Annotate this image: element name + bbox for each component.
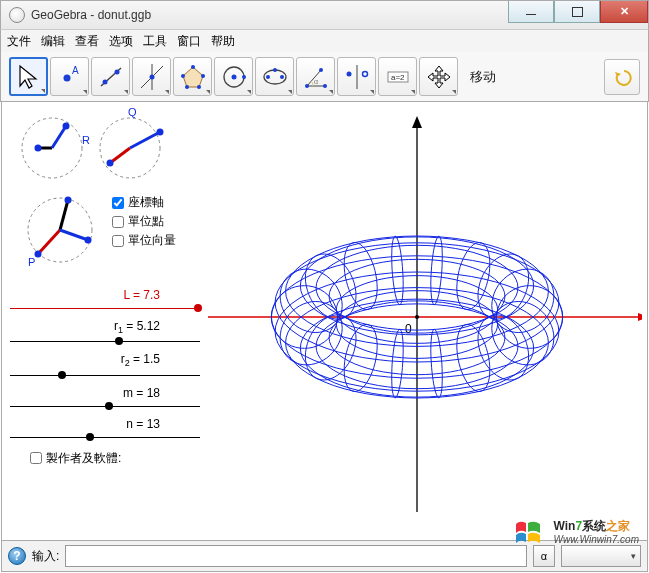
svg-point-9: [191, 65, 195, 69]
svg-text:α: α: [314, 78, 318, 85]
window-buttons: [508, 1, 648, 23]
menu-tools[interactable]: 工具: [143, 33, 167, 50]
main-area: R Q P 座標軸 單位點 單位向量: [1, 102, 648, 540]
svg-point-40: [157, 129, 164, 136]
svg-point-26: [346, 71, 351, 76]
maximize-button[interactable]: [554, 1, 600, 23]
menu-window[interactable]: 窗口: [177, 33, 201, 50]
slider-n-label: n = 13: [10, 417, 200, 431]
svg-point-19: [280, 75, 284, 79]
graphics-view-3d[interactable]: 0: [202, 102, 647, 540]
command-dropdown[interactable]: [561, 545, 641, 567]
svg-point-18: [266, 75, 270, 79]
check-author-label: 製作者及軟體:: [46, 450, 121, 467]
menubar: 文件 编辑 查看 选项 工具 窗口 帮助: [0, 30, 649, 52]
command-input[interactable]: [65, 545, 527, 567]
svg-point-27: [362, 71, 367, 76]
slider-L-label: L = 7.3: [10, 288, 200, 302]
svg-point-22: [305, 84, 309, 88]
tool-circle[interactable]: [214, 57, 253, 96]
tool-move[interactable]: [9, 57, 48, 96]
svg-point-12: [185, 85, 189, 89]
slider-L[interactable]: L = 7.3: [10, 288, 200, 309]
symbol-button[interactable]: α: [533, 545, 555, 567]
menu-help[interactable]: 帮助: [211, 33, 235, 50]
svg-point-7: [149, 74, 154, 79]
tool-perpendicular[interactable]: [132, 57, 171, 96]
check-unitpoint-box[interactable]: [112, 216, 124, 228]
svg-point-33: [35, 145, 42, 152]
svg-text:R: R: [82, 134, 90, 146]
undo-button[interactable]: [604, 59, 640, 95]
svg-marker-8: [183, 67, 203, 87]
tool-mode-label: 移动: [470, 68, 496, 86]
svg-point-39: [107, 160, 114, 167]
svg-line-37: [110, 148, 130, 163]
minimize-button[interactable]: [508, 1, 554, 23]
help-icon[interactable]: ?: [8, 547, 26, 565]
svg-text:A: A: [72, 65, 79, 76]
slider-r1[interactable]: r1 = 5.12: [10, 319, 200, 342]
svg-point-10: [201, 74, 205, 78]
window-title: GeoGebra - donut.ggb: [31, 8, 151, 22]
slider-r1-label: r1 = 5.12: [10, 319, 200, 335]
check-axes-box[interactable]: [112, 197, 124, 209]
torus-render: 0: [202, 102, 642, 532]
svg-point-47: [35, 251, 42, 258]
app-icon: [9, 7, 25, 23]
check-author-box[interactable]: [30, 452, 42, 464]
slider-n[interactable]: n = 13: [10, 417, 200, 438]
svg-point-13: [181, 74, 185, 78]
check-unitvec[interactable]: 單位向量: [112, 232, 202, 249]
slider-m-label: m = 18: [10, 386, 200, 400]
svg-point-15: [231, 74, 236, 79]
svg-point-34: [63, 123, 70, 130]
svg-point-24: [319, 68, 323, 72]
menu-view[interactable]: 查看: [75, 33, 99, 50]
slider-r2[interactable]: r2 = 1.5: [10, 352, 200, 375]
window-titlebar: GeoGebra - donut.ggb: [0, 0, 649, 30]
input-label: 输入:: [32, 548, 59, 565]
tool-conic[interactable]: [255, 57, 294, 96]
menu-file[interactable]: 文件: [7, 33, 31, 50]
svg-text:0: 0: [405, 322, 412, 336]
svg-point-3: [102, 79, 107, 84]
svg-point-16: [242, 75, 246, 79]
check-author[interactable]: 製作者及軟體:: [30, 450, 200, 467]
svg-text:P: P: [28, 256, 35, 268]
check-unitpoint[interactable]: 單位點: [112, 213, 202, 230]
svg-point-4: [114, 69, 119, 74]
tool-polygon[interactable]: [173, 57, 212, 96]
svg-text:a=2: a=2: [391, 73, 405, 82]
tool-reflect[interactable]: [337, 57, 376, 96]
tool-line[interactable]: [91, 57, 130, 96]
menu-options[interactable]: 选项: [109, 33, 133, 50]
menu-edit[interactable]: 编辑: [41, 33, 65, 50]
svg-point-20: [273, 68, 277, 72]
tool-point[interactable]: A: [50, 57, 89, 96]
tool-slider[interactable]: a=2: [378, 57, 417, 96]
slider-m[interactable]: m = 18: [10, 386, 200, 407]
check-unitpoint-label: 單位點: [128, 213, 164, 230]
tool-angle[interactable]: α: [296, 57, 335, 96]
svg-point-53: [415, 315, 419, 319]
toolbar: A α a=2 移动: [0, 52, 649, 102]
tool-move-view[interactable]: [419, 57, 458, 96]
svg-point-11: [197, 85, 201, 89]
check-unitvec-box[interactable]: [112, 235, 124, 247]
svg-line-38: [130, 132, 160, 148]
check-unitvec-label: 單位向量: [128, 232, 176, 249]
check-axes[interactable]: 座標軸: [112, 194, 202, 211]
close-button[interactable]: [600, 1, 648, 23]
svg-line-32: [52, 126, 66, 148]
svg-point-0: [63, 74, 70, 81]
svg-text:Q: Q: [128, 108, 137, 118]
input-bar: ? 输入: α: [1, 540, 648, 572]
check-axes-label: 座標軸: [128, 194, 164, 211]
svg-point-23: [323, 84, 327, 88]
slider-r2-label: r2 = 1.5: [10, 352, 200, 368]
algebra-panel: R Q P 座標軸 單位點 單位向量: [2, 102, 202, 540]
